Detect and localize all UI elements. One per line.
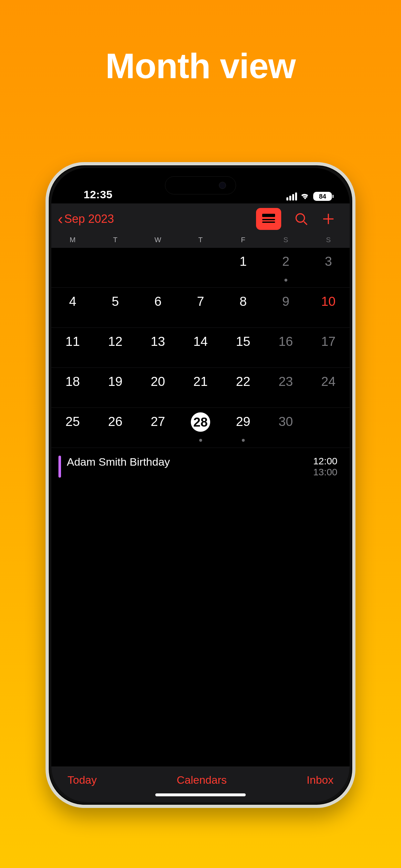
weekday-label: W [136, 236, 179, 244]
day-cell[interactable]: 18 [51, 368, 94, 408]
plus-icon [321, 212, 335, 226]
weekday-label: S [307, 236, 350, 244]
day-number: 4 [69, 294, 76, 309]
event-end-time: 13:00 [313, 467, 337, 477]
bottom-toolbar: Today Calendars Inbox [51, 767, 350, 802]
day-cell[interactable]: 13 [136, 328, 179, 368]
event-row[interactable]: Adam Smith Birthday12:0013:00 [51, 448, 350, 485]
inbox-button[interactable]: Inbox [307, 774, 334, 786]
svg-rect-0 [262, 214, 275, 217]
day-number: 29 [236, 414, 251, 429]
day-number: 6 [154, 294, 161, 309]
day-cell[interactable]: 3 [307, 248, 350, 288]
day-number: 18 [66, 374, 80, 389]
day-number: 3 [325, 254, 332, 269]
list-view-toggle[interactable] [256, 208, 281, 230]
day-cell[interactable]: 21 [179, 368, 222, 408]
today-button[interactable]: Today [67, 774, 97, 786]
day-number: 25 [66, 414, 80, 429]
weekday-label: F [222, 236, 265, 244]
back-button[interactable]: ‹ Sep 2023 [51, 211, 114, 227]
day-number: 10 [321, 294, 336, 309]
day-cell[interactable]: 15 [222, 328, 265, 368]
day-cell[interactable]: 19 [94, 368, 136, 408]
day-number: 9 [282, 294, 289, 309]
day-cell[interactable]: 30 [265, 408, 307, 448]
day-cell[interactable]: 16 [265, 328, 307, 368]
weekday-label: T [179, 236, 222, 244]
hero-title: Month view [105, 45, 296, 86]
day-number: 23 [279, 374, 293, 389]
day-cell[interactable]: 27 [136, 408, 179, 448]
month-grid: 1234567891011121314151617181920212223242… [51, 248, 350, 448]
day-number: 26 [108, 414, 123, 429]
day-cell[interactable]: 26 [94, 408, 136, 448]
day-number: 13 [151, 334, 165, 349]
weekday-label: S [265, 236, 307, 244]
day-cell [136, 248, 179, 288]
day-cell[interactable]: 9 [265, 288, 307, 328]
day-cell[interactable]: 7 [179, 288, 222, 328]
day-cell[interactable]: 5 [94, 288, 136, 328]
day-number: 20 [151, 374, 165, 389]
day-cell[interactable]: 2 [265, 248, 307, 288]
list-icon [262, 214, 275, 224]
day-number: 1 [240, 254, 247, 269]
day-cell[interactable]: 8 [222, 288, 265, 328]
day-cell[interactable]: 6 [136, 288, 179, 328]
day-cell[interactable]: 12 [94, 328, 136, 368]
day-cell[interactable]: 14 [179, 328, 222, 368]
day-number: 12 [108, 334, 123, 349]
day-number: 17 [321, 334, 336, 349]
day-cell [94, 248, 136, 288]
day-number: 22 [236, 374, 251, 389]
day-cell[interactable]: 23 [265, 368, 307, 408]
day-number: 8 [240, 294, 247, 309]
day-cell[interactable]: 11 [51, 328, 94, 368]
day-number: 21 [193, 374, 208, 389]
search-icon [294, 212, 308, 226]
day-number: 15 [236, 334, 251, 349]
nav-bar: ‹ Sep 2023 [51, 204, 350, 235]
add-button[interactable] [321, 212, 335, 226]
day-number: 27 [151, 414, 165, 429]
dynamic-island [165, 176, 236, 194]
svg-line-4 [304, 221, 307, 225]
day-number: 28 [191, 412, 210, 432]
search-button[interactable] [294, 212, 308, 226]
day-cell[interactable]: 17 [307, 328, 350, 368]
screen: 12:35 84 ‹ Sep 2023 [51, 168, 350, 802]
home-indicator[interactable] [155, 794, 246, 796]
day-cell [307, 408, 350, 448]
day-cell[interactable]: 10 [307, 288, 350, 328]
day-number: 5 [112, 294, 119, 309]
day-cell[interactable]: 25 [51, 408, 94, 448]
chevron-left-icon: ‹ [58, 211, 63, 227]
event-times: 12:0013:00 [313, 456, 337, 477]
svg-point-3 [296, 214, 305, 222]
event-title: Adam Smith Birthday [67, 456, 313, 468]
day-cell[interactable]: 1 [222, 248, 265, 288]
day-number: 11 [66, 334, 80, 349]
weekday-label: T [94, 236, 136, 244]
day-cell[interactable]: 22 [222, 368, 265, 408]
event-start-time: 12:00 [313, 456, 337, 467]
day-cell [179, 248, 222, 288]
svg-rect-1 [262, 219, 275, 220]
day-cell[interactable]: 4 [51, 288, 94, 328]
day-number: 24 [321, 374, 336, 389]
day-number: 19 [108, 374, 123, 389]
day-cell[interactable]: 29 [222, 408, 265, 448]
day-cell [51, 248, 94, 288]
event-dot-icon [284, 279, 287, 282]
day-cell[interactable]: 20 [136, 368, 179, 408]
calendars-button[interactable]: Calendars [177, 774, 227, 786]
day-number: 14 [193, 334, 208, 349]
day-number: 30 [279, 414, 293, 429]
event-color-bar [58, 456, 61, 477]
event-list: Adam Smith Birthday12:0013:00 [51, 448, 350, 767]
day-cell[interactable]: 24 [307, 368, 350, 408]
day-number: 2 [282, 254, 289, 269]
camera-icon [219, 182, 226, 189]
day-cell[interactable]: 28 [179, 408, 222, 448]
